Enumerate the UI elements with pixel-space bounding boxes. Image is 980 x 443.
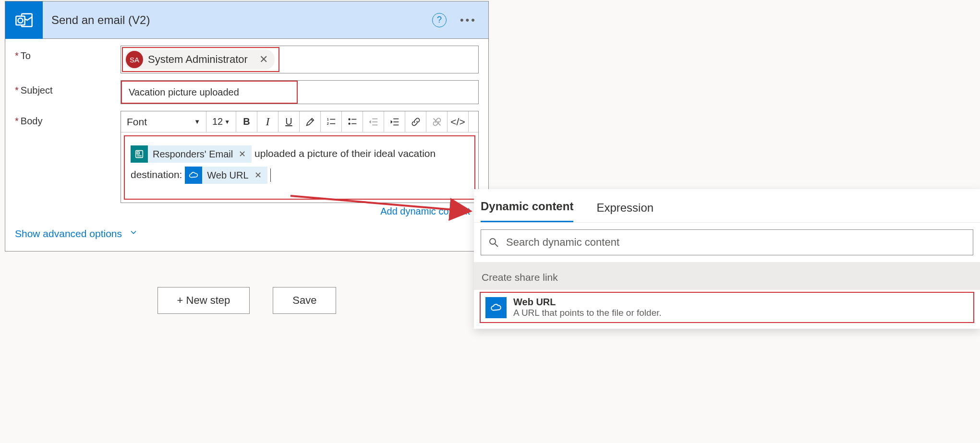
show-advanced-options[interactable]: Show advanced options xyxy=(5,219,488,251)
more-icon[interactable]: ••• xyxy=(460,14,477,26)
to-label: *To xyxy=(15,46,121,61)
svg-point-8 xyxy=(349,123,350,124)
avatar: SA xyxy=(126,51,143,68)
remove-chip-icon[interactable]: ✕ xyxy=(255,53,272,66)
search-icon xyxy=(488,237,499,248)
forms-icon xyxy=(131,145,148,163)
save-button[interactable]: Save xyxy=(273,287,336,314)
search-placeholder: Search dynamic content xyxy=(506,236,619,249)
chip-name: System Administrator xyxy=(148,53,248,66)
flyout-tabs: Dynamic content Expression xyxy=(474,189,980,223)
tab-dynamic-content[interactable]: Dynamic content xyxy=(481,200,573,222)
subject-value: Vacation picture uploaded xyxy=(121,81,298,104)
indent-button[interactable] xyxy=(384,111,405,132)
svg-rect-1 xyxy=(16,16,24,24)
remove-token-icon[interactable]: ✕ xyxy=(253,168,264,183)
link-button[interactable] xyxy=(405,111,426,132)
to-input[interactable]: SA System Administrator ✕ xyxy=(121,46,479,73)
section-header: Create share link xyxy=(474,262,980,290)
code-view-button[interactable]: </> xyxy=(448,111,469,132)
card-title: Send an email (V2) xyxy=(43,13,432,27)
token-web-url[interactable]: Web URL ✕ xyxy=(185,167,267,184)
svg-rect-19 xyxy=(137,152,139,155)
font-select[interactable]: Font▼ xyxy=(121,111,206,132)
card-header[interactable]: Send an email (V2) ? ••• xyxy=(5,1,488,39)
token-responders-email[interactable]: Responders' Email ✕ xyxy=(131,145,252,163)
add-dynamic-content-link[interactable]: Add dynamic content xyxy=(5,203,488,219)
bold-button[interactable]: B xyxy=(236,111,257,132)
dynamic-content-flyout: Dynamic content Expression Search dynami… xyxy=(474,189,980,329)
search-input[interactable]: Search dynamic content xyxy=(481,229,973,255)
step-buttons: + New step Save xyxy=(5,287,489,314)
result-title: Web URL xyxy=(513,297,662,308)
help-icon[interactable]: ? xyxy=(432,13,447,27)
outlook-icon xyxy=(5,1,43,39)
body-input[interactable]: Responders' Email ✕ uploaded a picture o… xyxy=(121,132,478,203)
svg-text:2: 2 xyxy=(327,121,328,126)
to-row: *To SA System Administrator ✕ xyxy=(5,39,488,73)
unlink-button[interactable] xyxy=(426,111,448,132)
subject-row: *Subject Vacation picture uploaded xyxy=(5,73,488,104)
italic-button[interactable]: I xyxy=(257,111,278,132)
send-email-card: Send an email (V2) ? ••• *To SA System A… xyxy=(5,1,489,251)
svg-point-7 xyxy=(349,119,350,120)
underline-button[interactable]: U xyxy=(278,111,300,132)
tab-expression[interactable]: Expression xyxy=(596,201,653,222)
to-person-chip[interactable]: SA System Administrator ✕ xyxy=(124,49,275,70)
remove-token-icon[interactable]: ✕ xyxy=(237,146,248,162)
rich-text-editor: Font▼ 12▼ B I U 12 xyxy=(121,111,479,203)
svg-text:1: 1 xyxy=(327,117,328,121)
body-label: *Body xyxy=(15,111,121,127)
onedrive-icon xyxy=(485,297,507,318)
subject-label: *Subject xyxy=(15,80,121,96)
onedrive-icon xyxy=(185,167,202,184)
color-picker-button[interactable] xyxy=(300,111,321,132)
numbered-list-button[interactable]: 12 xyxy=(321,111,342,132)
chevron-down-icon xyxy=(129,227,138,239)
rte-toolbar: Font▼ 12▼ B I U 12 xyxy=(121,111,478,132)
outdent-button[interactable] xyxy=(363,111,384,132)
subject-input[interactable]: Vacation picture uploaded xyxy=(121,80,479,104)
font-size-select[interactable]: 12▼ xyxy=(206,111,236,132)
result-web-url[interactable]: Web URL A URL that points to the file or… xyxy=(480,292,974,323)
text-cursor xyxy=(270,168,271,182)
svg-line-22 xyxy=(495,244,498,247)
svg-point-21 xyxy=(490,239,496,244)
body-row: *Body Font▼ 12▼ B I U 12 xyxy=(5,104,488,203)
new-step-button[interactable]: + New step xyxy=(157,287,250,314)
bulleted-list-button[interactable] xyxy=(342,111,363,132)
result-description: A URL that points to the file or folder. xyxy=(513,308,662,318)
